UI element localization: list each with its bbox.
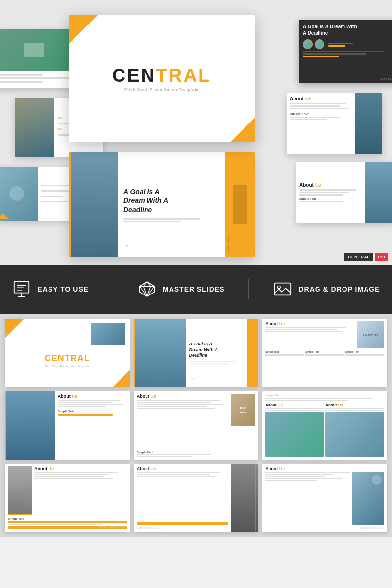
- preview-slide-bottom: " A Goal Is ADream With ADeadline PRESEN…: [69, 152, 255, 257]
- thumb-about-magazine[interactable]: About Us Simple Text Business: [134, 391, 259, 460]
- main-slide-subtitle: Pitch Deck Presentation Template: [112, 87, 212, 92]
- label-ppt: PPT: [375, 253, 388, 261]
- thumb-about-double[interactable]: Simple Text About Us About Us: [262, 391, 387, 460]
- thumb-about-business[interactable]: About Us Business Simple Text: [262, 318, 387, 387]
- feature-drag-drop: DRAG & DROP IMAGE: [273, 279, 380, 299]
- drag-drop-label: DRAG & DROP IMAGE: [298, 285, 380, 293]
- svg-marker-9: [147, 286, 154, 296]
- svg-point-12: [278, 286, 281, 289]
- easy-to-use-label: EASY TO USE: [37, 285, 89, 293]
- feature-divider-1: [113, 279, 113, 299]
- thumb-goal-inner: " A Goal Is ADream With ADeadline ": [134, 318, 259, 387]
- image-icon: [273, 279, 293, 299]
- feature-easy-to-use: EASY TO USE: [12, 279, 89, 299]
- thumb-about-stairs-inner: About Us CENTRAL PRESENTATION: [134, 464, 259, 532]
- master-slides-label: MASTER SLIDES: [163, 285, 225, 293]
- thumb-about-business-inner: About Us Business Simple Text: [262, 318, 387, 387]
- thumb-central-subtitle: Pitch Deck Presentation Template: [45, 365, 90, 368]
- thumb-about-suit-left-inner: About Us Simple Text CENTRAL: [5, 464, 130, 532]
- main-center-slide: CENTRAL Pitch Deck Presentation Template: [69, 15, 255, 142]
- thumb-goal[interactable]: " A Goal Is ADream With ADeadline ": [134, 318, 259, 387]
- thumb-central-logo[interactable]: CENTRAL Pitch Deck Presentation Template: [5, 318, 130, 387]
- thumb-about-stairs[interactable]: About Us CENTRAL PRESENTATION: [134, 464, 259, 532]
- diamond-icon: [137, 279, 157, 299]
- thumb-about-left-img[interactable]: About Us Simple Text: [5, 391, 130, 460]
- thumb-about-team[interactable]: About Us CENTRAL PRESENTATION: [262, 464, 387, 532]
- preview-slide-right-1: A Goal Is A Dream WithA Deadline Lorem i…: [299, 20, 392, 83]
- thumb-about-team-inner: About Us CENTRAL PRESENTATION: [262, 464, 387, 532]
- svg-rect-0: [14, 282, 29, 293]
- features-bar: EASY TO USE MASTER SLIDES DRAG & DROP IM…: [0, 265, 392, 314]
- thumbnails-grid: CENTRAL Pitch Deck Presentation Template…: [0, 314, 392, 537]
- preview-slide-left-1: [0, 29, 78, 88]
- svg-marker-8: [140, 286, 147, 296]
- label-central: CENTRAL: [344, 253, 373, 261]
- top-preview-section: 01 02: [0, 0, 392, 265]
- image-svg: [273, 280, 292, 298]
- svg-rect-11: [275, 283, 291, 295]
- thumb-central-logo-inner: CENTRAL Pitch Deck Presentation Template: [5, 318, 130, 387]
- feature-divider-2: [248, 279, 249, 299]
- thumb-about-double-inner: Simple Text About Us About Us: [262, 391, 387, 460]
- feature-master-slides: MASTER SLIDES: [137, 279, 225, 299]
- thumb-goal-text: A Goal Is ADream With ADeadline: [189, 342, 245, 359]
- svg-marker-7: [143, 282, 150, 287]
- thumb-about-magazine-inner: About Us Simple Text Business: [134, 391, 259, 460]
- preview-slide-right-3: About Us Simple Text: [296, 162, 392, 223]
- product-label-badge: CENTRAL PPT: [344, 253, 388, 261]
- preview-slide-right-2: About Us Simple Text: [287, 93, 382, 154]
- thumb-about-left-img-inner: About Us Simple Text: [5, 391, 130, 460]
- presentation-icon: [12, 279, 31, 299]
- presentation-svg: [12, 280, 31, 298]
- thumb-central-title: CENTRAL: [45, 353, 90, 364]
- magazine-image: Business: [231, 394, 255, 426]
- thumb-about-suit-left[interactable]: About Us Simple Text CENTRAL: [5, 464, 130, 532]
- diamond-svg: [138, 280, 156, 298]
